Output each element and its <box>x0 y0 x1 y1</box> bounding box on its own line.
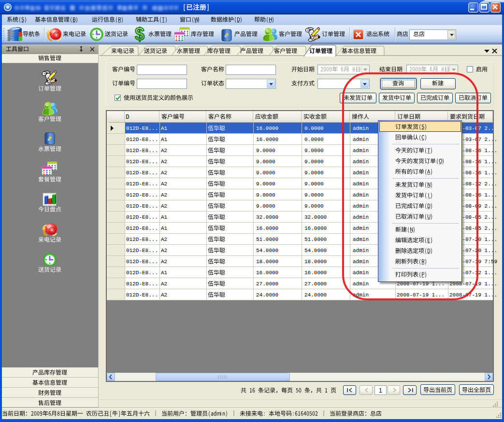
svg-text:$: $ <box>135 27 144 43</box>
